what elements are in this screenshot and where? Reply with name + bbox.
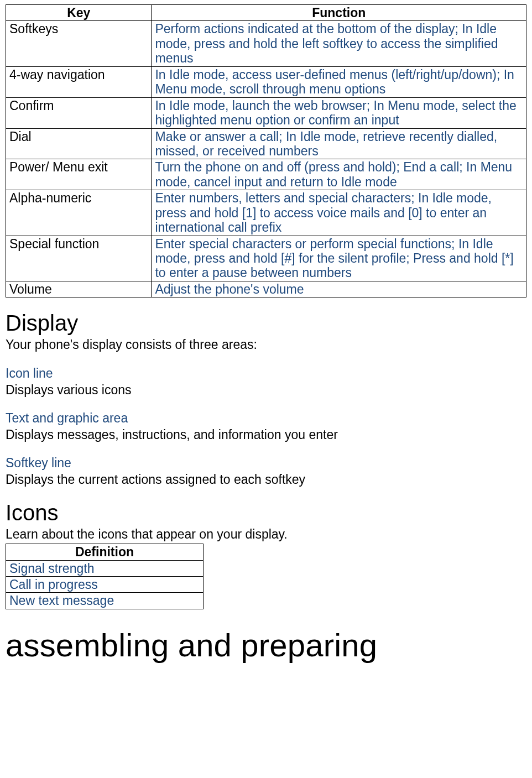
key-name: Alpha-numeric	[6, 190, 152, 236]
key-name: Volume	[6, 281, 152, 297]
key-name: Confirm	[6, 97, 152, 128]
defs-header: Definition	[6, 544, 204, 560]
keys-table: Key Function SoftkeysPerform actions ind…	[6, 4, 526, 297]
key-function: Make or answer a call; In Idle mode, ret…	[152, 128, 526, 159]
key-name: Dial	[6, 128, 152, 159]
key-name: 4-way navigation	[6, 66, 152, 97]
key-function: Adjust the phone's volume	[152, 281, 526, 297]
softkey-line-desc: Displays the current actions assigned to…	[6, 472, 526, 488]
text-area-heading: Text and graphic area	[6, 411, 526, 426]
key-function: Perform actions indicated at the bottom …	[152, 21, 526, 66]
table-row: New text message	[6, 593, 204, 609]
table-row: 4-way navigationIn Idle mode, access use…	[6, 66, 526, 97]
table-row: SoftkeysPerform actions indicated at the…	[6, 21, 526, 66]
definition-item: Signal strength	[6, 560, 204, 576]
table-row: Call in progress	[6, 576, 204, 592]
softkey-line-heading: Softkey line	[6, 456, 526, 471]
icon-line-desc: Displays various icons	[6, 383, 526, 398]
key-function: Enter special characters or perform spec…	[152, 236, 526, 281]
display-intro: Your phone's display consists of three a…	[6, 337, 526, 353]
table-row: Special functionEnter special characters…	[6, 236, 526, 281]
icons-heading: Icons	[6, 499, 526, 526]
key-name: Power/ Menu exit	[6, 159, 152, 190]
definitions-table: Definition Signal strength Call in progr…	[6, 544, 204, 609]
keys-header-function: Function	[152, 5, 526, 21]
definition-item: Call in progress	[6, 576, 204, 592]
text-area-desc: Displays messages, instructions, and inf…	[6, 427, 526, 443]
assembling-heading: assembling and preparing	[6, 626, 526, 665]
table-row: Signal strength	[6, 560, 204, 576]
key-function: In Idle mode, launch the web browser; In…	[152, 97, 526, 128]
keys-header-key: Key	[6, 5, 152, 21]
table-row: ConfirmIn Idle mode, launch the web brow…	[6, 97, 526, 128]
key-function: Turn the phone on and off (press and hol…	[152, 159, 526, 190]
table-row: VolumeAdjust the phone's volume	[6, 281, 526, 297]
icons-intro: Learn about the icons that appear on you…	[6, 527, 526, 542]
key-function: In Idle mode, access user-defined menus …	[152, 66, 526, 97]
table-row: DialMake or answer a call; In Idle mode,…	[6, 128, 526, 159]
table-row: Alpha-numericEnter numbers, letters and …	[6, 190, 526, 236]
definition-item: New text message	[6, 593, 204, 609]
key-name: Special function	[6, 236, 152, 281]
key-name: Softkeys	[6, 21, 152, 66]
icon-line-heading: Icon line	[6, 366, 526, 382]
table-row: Power/ Menu exitTurn the phone on and of…	[6, 159, 526, 190]
display-heading: Display	[6, 310, 526, 336]
key-function: Enter numbers, letters and special chara…	[152, 190, 526, 236]
